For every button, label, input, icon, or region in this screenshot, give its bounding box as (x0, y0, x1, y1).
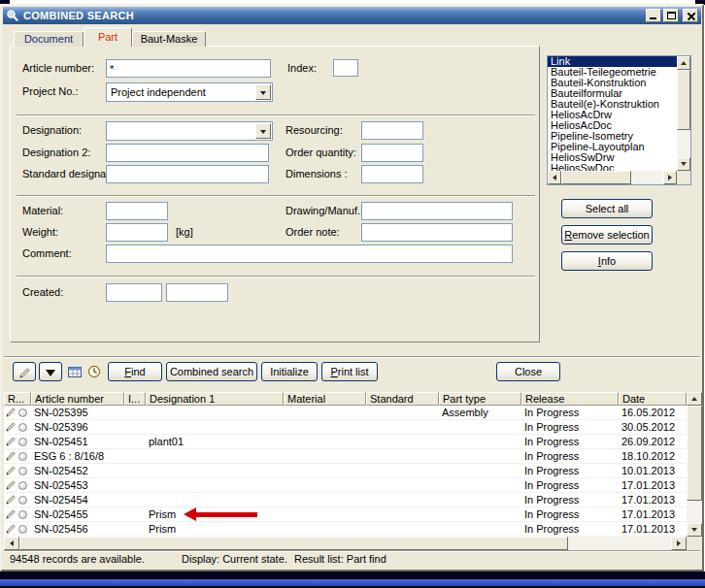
combined-search-button[interactable]: Combined search (166, 362, 257, 381)
cell-date: 17.01.2013 (619, 493, 687, 506)
column-header-standard[interactable]: Standard (366, 392, 439, 406)
cell-index (124, 420, 146, 434)
result-table: SN-025395 Assembly In Progress 16.05.201… (4, 406, 687, 537)
dimensions-input[interactable] (361, 165, 423, 183)
designation-dropdown-button[interactable] (255, 123, 271, 139)
listbox-scroll-right-button[interactable] (663, 171, 677, 184)
created-to-input[interactable] (166, 283, 228, 302)
plot-icon (5, 523, 17, 535)
status-display: Display: Current state. (182, 553, 287, 566)
column-header-release-flag[interactable]: R... (4, 392, 31, 406)
group-divider (17, 114, 535, 116)
print-list-rest: rint list (338, 366, 369, 377)
cell-standard (366, 449, 439, 463)
column-header-material[interactable]: Material (284, 392, 366, 406)
listbox-hscroll-thumb[interactable] (561, 171, 631, 184)
created-from-input[interactable] (106, 283, 162, 302)
weight-input[interactable] (106, 223, 168, 242)
comment-label: Comment: (22, 247, 106, 260)
designation-dropdown[interactable] (106, 121, 273, 141)
article-number-input[interactable] (106, 59, 271, 78)
table-row[interactable]: SN-025453 In Progress 17.01.2013 (4, 478, 687, 493)
drawing-manuf-input[interactable] (361, 202, 513, 220)
tab-document[interactable]: Document (14, 31, 84, 47)
order-note-label: Order note: (285, 226, 361, 239)
listbox-scroll-left-button[interactable] (548, 171, 561, 184)
find-button[interactable]: Find (108, 362, 162, 381)
plot-icon (5, 436, 17, 447)
search-form-panel: Article number: Index: Project No.: Proj… (10, 46, 540, 343)
comment-input[interactable] (106, 245, 513, 263)
order-note-input[interactable] (361, 223, 513, 242)
initialize-button[interactable]: Initialize (261, 362, 318, 381)
column-header-index[interactable]: I... (124, 392, 146, 406)
cell-part-type (439, 449, 521, 463)
listbox-scroll-up-button[interactable] (677, 56, 690, 70)
table-row[interactable]: SN-025454 In Progress 17.01.2013 (4, 493, 687, 507)
designation2-input[interactable] (106, 144, 269, 162)
table-scroll-left-button[interactable] (4, 537, 19, 550)
history-icon-button[interactable] (85, 363, 103, 380)
table-row[interactable]: SN-025455 Prism In Progress 17.01.2013 (4, 507, 687, 522)
table-scroll-up-button[interactable] (687, 392, 702, 406)
table-row[interactable]: SN-025396 In Progress 30.05.2012 (4, 420, 687, 435)
project-dropdown[interactable]: Project independent (106, 82, 273, 102)
table-row[interactable]: SN-025395 Assembly In Progress 16.05.201… (4, 406, 687, 420)
remove-selection-button[interactable]: Remove selection (561, 225, 653, 245)
info-button[interactable]: Info (561, 251, 653, 271)
table-row[interactable]: SN-025456 Prism In Progress 17.01.2013 (4, 522, 687, 537)
standard-designation-input[interactable] (106, 165, 269, 183)
plot-icon (5, 450, 17, 462)
tab-part[interactable]: Part (84, 27, 132, 47)
column-header-part-type[interactable]: Part type (439, 392, 521, 406)
maximize-button[interactable] (663, 9, 679, 22)
link-list-item[interactable]: HeliosSwDoc (548, 163, 677, 171)
filter-arrow-button[interactable] (39, 362, 62, 381)
table-view-icon-button[interactable] (66, 363, 84, 380)
status-bar: 94548 records are available. Display: Cu… (4, 550, 700, 566)
find-accel: F (124, 366, 131, 377)
desktop-strip (0, 572, 705, 588)
cell-date: 17.01.2013 (619, 478, 687, 492)
cell-index (124, 406, 146, 419)
listbox-vscroll-thumb[interactable] (677, 70, 690, 130)
table-row[interactable]: SN-025451 plant01 In Progress 26.09.2012 (4, 435, 687, 449)
cell-date: 26.09.2012 (619, 435, 687, 448)
order-quantity-input[interactable] (361, 144, 423, 162)
column-header-date[interactable]: Date (619, 392, 687, 406)
close-dialog-button[interactable]: Close (496, 362, 560, 381)
cell-standard (366, 420, 439, 434)
article-number-label: Article number: (22, 62, 106, 75)
column-header-designation1[interactable]: Designation 1 (146, 392, 284, 406)
cell-designation1 (146, 449, 284, 463)
weight-label: Weight: (22, 226, 106, 239)
minimize-button[interactable] (646, 9, 661, 22)
table-scroll-down-button[interactable] (687, 523, 702, 537)
close-button[interactable] (683, 9, 698, 22)
part-icon (18, 510, 27, 519)
pen-tool-button[interactable] (13, 362, 36, 381)
listbox-scroll-down-button[interactable] (677, 157, 690, 171)
column-header-article-number[interactable]: Article number (31, 392, 124, 406)
cell-designation1 (146, 464, 284, 477)
cell-release: In Progress (521, 522, 619, 536)
material-input[interactable] (106, 202, 168, 220)
project-dropdown-button[interactable] (255, 84, 271, 100)
table-row[interactable]: SN-025452 In Progress 10.01.2013 (4, 464, 687, 478)
select-all-button[interactable]: Select all (561, 199, 653, 218)
column-header-release[interactable]: Release (521, 392, 619, 406)
cell-designation1 (146, 478, 284, 492)
resourcing-input[interactable] (361, 121, 423, 140)
table-scroll-right-button[interactable] (671, 537, 687, 550)
scrollbar-corner (687, 537, 702, 550)
table-vscroll-thumb[interactable] (687, 406, 702, 501)
index-input[interactable] (333, 59, 358, 77)
cell-designation1 (146, 420, 284, 434)
titlebar[interactable]: COMBINED SEARCH (3, 7, 701, 24)
table-hscroll-thumb[interactable] (19, 537, 568, 550)
print-list-button[interactable]: Print list (321, 362, 378, 381)
cell-material (284, 507, 366, 521)
tab-baut-maske[interactable]: Baut-Maske (132, 31, 206, 47)
cell-standard (366, 478, 439, 492)
table-row[interactable]: ESG 6 : 8/16/8 In Progress 18.10.2012 (4, 449, 687, 464)
